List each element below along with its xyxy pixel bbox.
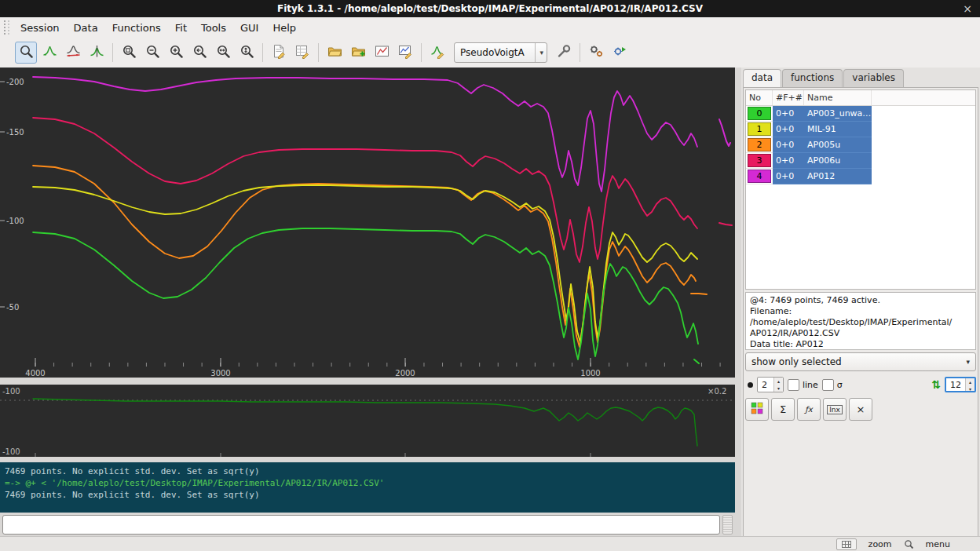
menubar: SessionDataFunctionsFitToolsGUIHelp xyxy=(0,17,980,38)
dataset-colors-button[interactable] xyxy=(745,398,769,421)
splitter-main-aux[interactable] xyxy=(0,378,735,385)
dataset-color-swatch: 2 xyxy=(748,138,771,151)
data-table-header: No#F+#Name xyxy=(746,90,975,106)
menu-gui[interactable]: GUI xyxy=(233,19,265,37)
color-grid-icon xyxy=(751,402,764,417)
dataset-row-3[interactable]: 30+0AP006u xyxy=(746,153,872,169)
wrench-icon xyxy=(557,44,572,61)
append-data-button[interactable] xyxy=(347,42,369,64)
zoom-mode-button[interactable] xyxy=(15,42,37,64)
output-log[interactable]: 7469 points. No explicit std. dev. Set a… xyxy=(0,462,735,513)
input-resize-grip[interactable] xyxy=(722,515,733,535)
toolbar-separator xyxy=(262,43,263,62)
dataset-row-1[interactable]: 10+0MIL-91 xyxy=(746,122,872,137)
dataset-row-4[interactable]: 40+0AP012 xyxy=(746,169,872,184)
zoom-in-button[interactable] xyxy=(165,42,187,64)
splitter-aux-output[interactable] xyxy=(0,457,735,462)
zoom-previous-icon xyxy=(192,44,207,61)
dataset-fcount: 0+0 xyxy=(773,153,804,169)
spinner-arrows[interactable]: ▴▾ xyxy=(965,378,975,391)
define-function-button[interactable] xyxy=(426,42,448,64)
fit-continue-button[interactable] xyxy=(609,42,631,64)
coordinates-format-button[interactable] xyxy=(836,538,857,550)
fit-run-button[interactable] xyxy=(585,42,607,64)
sigma-checkbox-label: σ xyxy=(837,380,843,390)
menubar-items: SessionDataFunctionsFitToolsGUIHelp xyxy=(13,17,303,38)
titlebar[interactable]: Fityk 1.3.1 - /home/aleplo/test/Desktop/… xyxy=(0,0,980,17)
data-table-icon xyxy=(295,44,310,61)
close-icon: × xyxy=(857,403,865,415)
splitter-vertical[interactable] xyxy=(735,68,741,536)
spinner-arrows[interactable]: ▴▾ xyxy=(773,378,783,392)
transform-data-button[interactable]: ƒx xyxy=(797,398,821,421)
menu-fit[interactable]: Fit xyxy=(168,19,194,37)
menu-session[interactable]: Session xyxy=(13,19,67,37)
plot-export-button[interactable] xyxy=(371,42,393,64)
data-table-body: 00+0AP003_unwa…10+0MIL-9120+0AP005u30+0A… xyxy=(746,106,975,184)
output-line: =-> @+ < '/home/aleplo/test/Desktop/IMAP… xyxy=(5,477,730,489)
zoom-horizontal-button[interactable] xyxy=(212,42,234,64)
shift-spinner[interactable]: 12 ▴▾ xyxy=(945,377,976,392)
chevron-down-icon: ▾ xyxy=(966,358,970,366)
window-title: Fityk 1.3.1 - /home/aleplo/test/Desktop/… xyxy=(277,3,703,14)
statusbar-menu-button[interactable]: menu xyxy=(926,539,950,549)
log-transform-button[interactable]: lnx xyxy=(823,398,847,421)
dataset-row-2[interactable]: 20+0AP005u xyxy=(746,137,872,153)
delete-dataset-button[interactable]: × xyxy=(849,398,872,421)
toolbar-separator xyxy=(421,43,422,62)
toolbar-separator xyxy=(580,43,580,62)
menu-data[interactable]: Data xyxy=(67,19,105,37)
zoom-previous-button[interactable] xyxy=(188,42,210,64)
sigma-checkbox[interactable]: σ xyxy=(822,379,843,391)
magnifier-icon[interactable] xyxy=(904,539,914,549)
zoom-out-button[interactable] xyxy=(141,42,163,64)
line-checkbox[interactable]: line xyxy=(788,379,818,391)
settings-button[interactable] xyxy=(553,42,575,64)
dataset-info-line: Filename: /home/aleplo/test/Desktop/IMAP… xyxy=(750,306,971,328)
fityk-window: Fityk 1.3.1 - /home/aleplo/test/Desktop/… xyxy=(0,0,980,551)
range-mode-button[interactable] xyxy=(38,42,60,64)
dataset-fcount: 0+0 xyxy=(773,106,804,122)
command-input[interactable] xyxy=(2,515,720,535)
open-data-button[interactable] xyxy=(324,42,346,64)
menubar-grip[interactable] xyxy=(4,20,9,35)
zoom-out-icon xyxy=(145,44,160,61)
tab-variables[interactable]: variables xyxy=(843,69,904,87)
baseline-mode-button[interactable] xyxy=(62,42,84,64)
dataset-color-swatch: 1 xyxy=(748,122,771,136)
aux-plot[interactable]: -100-100×0.2 xyxy=(0,385,735,457)
peak-mode-button[interactable] xyxy=(86,42,108,64)
menu-tools[interactable]: Tools xyxy=(194,19,233,37)
statusbar-zoom-button[interactable]: zoom xyxy=(868,539,892,549)
zoom-horizontal-icon xyxy=(216,44,231,61)
y-tick-label: -100 xyxy=(6,217,24,225)
plot-config-button[interactable] xyxy=(394,42,416,64)
main-plot[interactable]: 4000300020001000-200-150-100-50 xyxy=(0,68,735,378)
dataset-info-line: @4: 7469 points, 7469 active. xyxy=(750,295,971,306)
dataset-row-0[interactable]: 00+0AP003_unwa… xyxy=(746,106,872,122)
zoom-all-button[interactable] xyxy=(118,42,140,64)
toolbar: PseudoVoigtA ▾ xyxy=(0,38,980,68)
tab-functions[interactable]: functions xyxy=(782,69,843,87)
menu-help[interactable]: Help xyxy=(265,19,303,37)
column-header-name: Name xyxy=(804,90,872,105)
gears-icon xyxy=(589,44,604,61)
sigma-icon: Σ xyxy=(780,403,786,415)
dataset-fcount: 0+0 xyxy=(773,137,804,153)
function-type-select[interactable]: PseudoVoigtA ▾ xyxy=(454,42,547,63)
chevron-down-icon: ▾ xyxy=(535,43,543,62)
magnifier-icon xyxy=(19,44,34,61)
data-editor-button[interactable] xyxy=(291,42,313,64)
zoom-vertical-button[interactable] xyxy=(236,42,258,64)
toolbar-separator xyxy=(112,43,113,62)
peak-edit-icon xyxy=(430,44,445,61)
show-filter-select[interactable]: show only selected ▾ xyxy=(745,352,976,371)
close-button[interactable]: × xyxy=(963,2,972,16)
point-size-spinner[interactable]: 2 ▴▾ xyxy=(757,377,784,392)
script-editor-button[interactable] xyxy=(268,42,290,64)
sum-datasets-button[interactable]: Σ xyxy=(771,398,795,421)
point-size-icon xyxy=(748,382,753,388)
menu-functions[interactable]: Functions xyxy=(105,19,168,37)
tab-data[interactable]: data xyxy=(743,69,781,87)
data-range-icon xyxy=(42,44,57,61)
